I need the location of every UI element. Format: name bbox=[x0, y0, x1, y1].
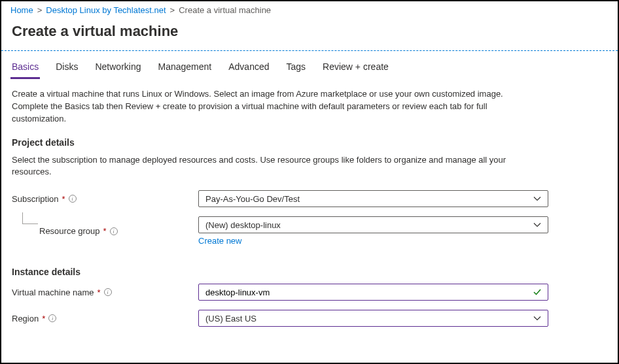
resource-group-row: Resource group * i (New) desktop-linux C… bbox=[12, 216, 607, 246]
breadcrumb: Home > Desktop Linux by Techlatest.net >… bbox=[1, 1, 618, 19]
subscription-select[interactable]: Pay-As-You-Go Dev/Test bbox=[198, 190, 548, 207]
required-indicator: * bbox=[62, 194, 65, 204]
chevron-down-icon bbox=[533, 316, 541, 321]
project-details-desc: Select the subscription to manage deploy… bbox=[12, 154, 535, 179]
required-indicator: * bbox=[97, 288, 101, 297]
page-title: Create a virtual machine bbox=[1, 19, 618, 50]
breadcrumb-product[interactable]: Desktop Linux by Techlatest.net bbox=[46, 5, 166, 15]
chevron-down-icon bbox=[533, 196, 541, 201]
breadcrumb-current: Create a virtual machine bbox=[179, 5, 271, 15]
info-icon[interactable]: i bbox=[69, 195, 77, 203]
resource-group-select[interactable]: (New) desktop-linux bbox=[198, 216, 548, 233]
indent-connector bbox=[22, 212, 38, 224]
instance-details-title: Instance details bbox=[12, 267, 607, 277]
breadcrumb-separator: > bbox=[37, 5, 43, 15]
breadcrumb-separator: > bbox=[170, 5, 175, 15]
region-label: Region * i bbox=[12, 314, 198, 323]
resource-group-label: Resource group * i bbox=[12, 226, 198, 236]
tab-disks[interactable]: Disks bbox=[54, 56, 79, 79]
vm-name-input[interactable] bbox=[198, 284, 548, 301]
region-row: Region * i (US) East US bbox=[12, 310, 607, 327]
intro-text: Create a virtual machine that runs Linux… bbox=[12, 88, 535, 125]
required-indicator: * bbox=[42, 314, 45, 323]
vm-name-row: Virtual machine name * i bbox=[12, 284, 607, 301]
tab-management[interactable]: Management bbox=[157, 56, 213, 79]
info-icon[interactable]: i bbox=[104, 288, 112, 296]
chevron-down-icon bbox=[533, 222, 541, 227]
tabs: Basics Disks Networking Management Advan… bbox=[1, 51, 618, 79]
tab-advanced[interactable]: Advanced bbox=[227, 56, 270, 79]
project-details-title: Project details bbox=[12, 137, 607, 148]
region-select[interactable]: (US) East US bbox=[198, 310, 548, 327]
info-icon[interactable]: i bbox=[110, 227, 118, 235]
tab-review-create[interactable]: Review + create bbox=[321, 56, 390, 79]
vm-name-label: Virtual machine name * i bbox=[12, 288, 198, 297]
tab-tags[interactable]: Tags bbox=[285, 56, 308, 79]
subscription-row: Subscription * i Pay-As-You-Go Dev/Test bbox=[12, 190, 607, 207]
content: Create a virtual machine that runs Linux… bbox=[1, 79, 618, 345]
tab-basics[interactable]: Basics bbox=[10, 56, 40, 79]
required-indicator: * bbox=[103, 226, 107, 236]
subscription-label: Subscription * i bbox=[12, 194, 198, 204]
check-icon bbox=[533, 288, 542, 297]
tab-networking[interactable]: Networking bbox=[94, 56, 142, 79]
info-icon[interactable]: i bbox=[48, 314, 56, 322]
create-new-link[interactable]: Create new bbox=[198, 236, 241, 246]
breadcrumb-home[interactable]: Home bbox=[10, 5, 33, 15]
